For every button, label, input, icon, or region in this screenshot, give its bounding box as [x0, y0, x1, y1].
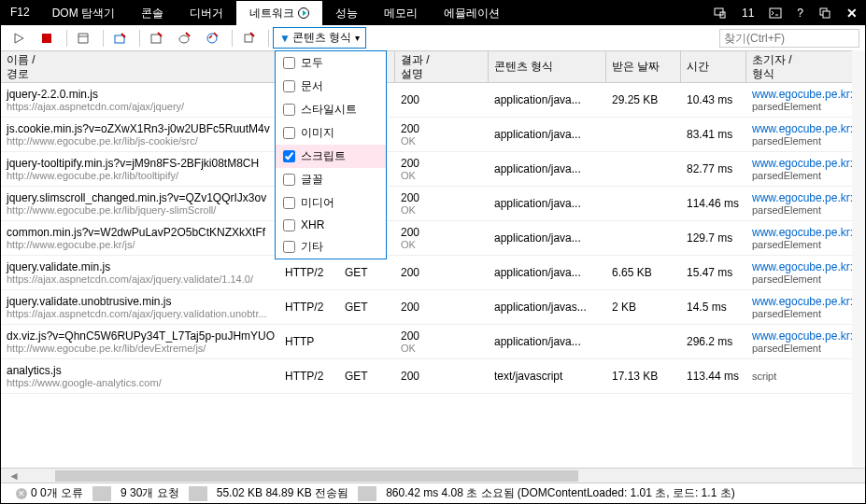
filter-option[interactable]: 모두	[276, 51, 386, 75]
timing-summary: 860.42 ms 4.08 초 소요됨 (DOMContentLoaded: …	[376, 485, 745, 501]
search-input[interactable]	[719, 29, 859, 48]
cell-initiator: www.egocube.pe.kr:29parsedElement	[746, 83, 859, 117]
cell-content-type: application/javas...	[489, 290, 606, 324]
cell-result: 200	[395, 256, 489, 289]
content-type-filter[interactable]: ▼ 콘텐츠 형식 ▾	[273, 27, 366, 49]
filter-option[interactable]: 글꼴	[276, 168, 386, 191]
scroll-thumb[interactable]	[55, 470, 578, 482]
filter-checkbox[interactable]	[283, 174, 295, 186]
cell-protocol: HTTP/2	[279, 256, 339, 289]
tab-dom-explorer[interactable]: DOM 탐색기	[39, 1, 128, 25]
cell-name: jquery-2.2.0.min.jshttps://ajax.aspnetcd…	[1, 83, 279, 117]
cell-time: 83.41 ms	[681, 118, 746, 151]
request-count: 9 30개 요청	[111, 485, 189, 501]
cell-content-type: application/java...	[489, 152, 606, 186]
table-row[interactable]: jquery-tooltipify.min.js?v=jM9n8FS-2BFjk…	[1, 152, 865, 187]
filter-option[interactable]: 기타	[276, 235, 386, 259]
filter-checkbox[interactable]	[283, 197, 295, 209]
col-initiator[interactable]: 초기자 / 형식	[746, 51, 859, 82]
table-row[interactable]: jquery-2.2.0.min.jshttps://ajax.aspnetcd…	[1, 83, 865, 118]
error-count[interactable]: ✕0 0개 오류	[7, 485, 92, 501]
filter-option[interactable]: 스타일시트	[276, 98, 386, 121]
clear-entries-button[interactable]	[236, 28, 261, 49]
horizontal-scrollbar[interactable]: ◄	[1, 468, 865, 483]
play-button[interactable]	[7, 28, 31, 49]
undock-icon[interactable]	[811, 2, 839, 24]
clear-cookies-button[interactable]	[172, 28, 196, 49]
tab-network[interactable]: 네트워크	[236, 1, 322, 25]
vertical-scrollbar[interactable]	[852, 50, 865, 467]
cell-result: 200	[395, 83, 489, 117]
table-row[interactable]: jquery.validate.min.jshttps://ajax.aspne…	[1, 256, 865, 290]
filter-option[interactable]: 스크립트	[276, 145, 386, 168]
filter-option[interactable]: 이미지	[276, 121, 386, 145]
cell-method: GET	[339, 290, 395, 324]
filter-checkbox[interactable]	[283, 80, 295, 92]
cell-content-type: application/java...	[489, 256, 606, 289]
col-time[interactable]: 시간	[681, 51, 746, 82]
col-received[interactable]: 받은 날짜	[606, 51, 681, 82]
help-icon[interactable]: ?	[789, 2, 811, 24]
table-row[interactable]: dx.viz.js?v=QhnC5W6RUPy34T_L7Taj5p-puJHm…	[1, 325, 865, 359]
col-content-type[interactable]: 콘텐츠 형식	[489, 51, 606, 82]
stop-button[interactable]	[35, 28, 59, 49]
table-row[interactable]: analytics.jshttps://www.google-analytics…	[1, 359, 865, 394]
tab-console[interactable]: 콘솔	[128, 1, 177, 25]
table-body: jquery-2.2.0.min.jshttps://ajax.aspnetcd…	[1, 83, 865, 468]
cell-result: 200OK	[395, 152, 489, 186]
tab-memory[interactable]: 메모리	[371, 1, 431, 25]
cell-received	[606, 152, 681, 186]
filter-option-label: 이미지	[301, 125, 334, 141]
tab-emulation[interactable]: 에뮬레이션	[431, 1, 513, 25]
cell-received: 17.13 KB	[606, 359, 681, 393]
filter-option[interactable]: XHR	[276, 215, 386, 235]
svg-rect-7	[151, 35, 161, 43]
filter-checkbox[interactable]	[283, 150, 295, 162]
tab-debugger[interactable]: 디버거	[177, 1, 236, 25]
col-result[interactable]: 결과 / 설명	[395, 51, 489, 82]
clear-cache-button[interactable]	[144, 28, 168, 49]
transfer-size: 55.02 KB 84.89 KB 전송됨	[207, 485, 358, 501]
table-row[interactable]: js.cookie.min.js?v=oZXwX1Rn3-j0w2UBFc5Ru…	[1, 118, 865, 152]
cell-result: 200OK	[395, 118, 489, 151]
record-indicator-icon	[298, 7, 309, 19]
cell-time: 113.44 ms	[681, 359, 746, 393]
filter-option[interactable]: 문서	[276, 75, 386, 98]
responsive-icon[interactable]	[706, 2, 734, 24]
cell-content-type: application/java...	[489, 118, 606, 151]
bypass-sw-button[interactable]	[200, 28, 224, 49]
filter-checkbox[interactable]	[283, 104, 295, 116]
cell-initiator: www.egocube.pe.kr:29parsedElement	[746, 152, 859, 186]
table-row[interactable]: jquery.slimscroll_changed.min.js?v=QZv1Q…	[1, 187, 865, 221]
status-bar: ✕0 0개 오류 9 30개 요청 55.02 KB 84.89 KB 전송됨 …	[1, 483, 865, 503]
filter-checkbox[interactable]	[283, 127, 295, 139]
cell-initiator: www.egocube.pe.kr:30parsedElement	[746, 290, 859, 324]
cell-initiator: www.egocube.pe.kr:30parsedElement	[746, 325, 859, 358]
cell-name: common.min.js?v=W2dwPuLavP2O5bCtKNZXkXtF…	[1, 221, 279, 255]
cell-received	[606, 325, 681, 358]
cell-name: js.cookie.min.js?v=oZXwX1Rn3-j0w2UBFc5Ru…	[1, 118, 279, 151]
cell-method: GET	[339, 256, 395, 289]
svg-point-8	[179, 35, 189, 43]
cell-name: dx.viz.js?v=QhnC5W6RUPy34T_L7Taj5p-puJHm…	[1, 325, 279, 358]
scroll-left-icon[interactable]: ◄	[1, 469, 27, 483]
col-name[interactable]: 이름 / 경로	[1, 51, 279, 82]
filter-option[interactable]: 미디어	[276, 191, 386, 215]
close-icon[interactable]: ✕	[839, 1, 865, 25]
filter-checkbox[interactable]	[283, 57, 295, 69]
table-row[interactable]: jquery.validate.unobtrusive.min.jshttps:…	[1, 290, 865, 325]
cell-content-type: application/java...	[489, 187, 606, 220]
error-icon: ✕	[16, 488, 27, 499]
tab-performance[interactable]: 성능	[322, 1, 371, 25]
cell-content-type: application/java...	[489, 221, 606, 255]
clear-session-button[interactable]	[107, 28, 132, 49]
filter-checkbox[interactable]	[283, 241, 295, 253]
cell-initiator: www.egocube.pe.kr:29parsedElement	[746, 221, 859, 255]
cell-initiator: script	[746, 359, 859, 393]
export-button[interactable]	[71, 28, 95, 49]
filter-checkbox[interactable]	[283, 219, 295, 231]
cell-result: 200OK	[395, 187, 489, 220]
table-row[interactable]: common.min.js?v=W2dwPuLavP2O5bCtKNZXkXtF…	[1, 221, 865, 256]
cell-received	[606, 221, 681, 255]
console-toggle-icon[interactable]	[761, 2, 789, 24]
